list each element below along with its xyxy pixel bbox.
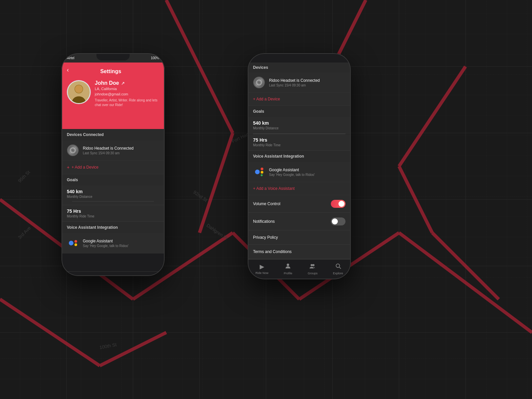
privacy-policy-item[interactable]: Privacy Policy	[248, 230, 351, 245]
assistant-text: Google Assistant Say 'Hey Google, talk t…	[83, 239, 159, 248]
devices-section-header: Devices Connected	[62, 129, 165, 140]
svg-point-35	[75, 85, 83, 93]
nav-profile-left[interactable]: Profile	[98, 275, 106, 276]
goal-item-right-0: 540 km Monthly Distance	[248, 117, 351, 134]
device-text: Ridoo Headset is Connected Last Sync 15/…	[83, 146, 159, 155]
profile-label-right: Profile	[284, 272, 293, 275]
ring-icon	[67, 145, 78, 156]
left-scroll-content[interactable]: Devices Connected Ridoo Headset is Conne…	[62, 129, 165, 271]
settings-title: Settings	[100, 68, 121, 74]
privacy-policy-label: Privacy Policy	[253, 235, 278, 240]
svg-point-41	[150, 276, 153, 276]
nav-profile-right[interactable]: Profile	[284, 263, 293, 275]
device-name-right: Ridoo Headset is Connected	[269, 78, 345, 83]
edit-icon[interactable]: ↗	[121, 81, 125, 86]
goal-label-1: Monthly Ride Time	[67, 214, 159, 218]
assistant-hint-right: Say 'Hey Google, talk to Ridoo'	[269, 173, 345, 177]
devices-title-right: Devices	[253, 65, 268, 70]
goal-value-0: 540 km	[67, 189, 159, 194]
svg-text:100th St: 100th St	[99, 342, 117, 350]
profile-name: John Doe ↗	[95, 80, 159, 86]
device-item: Ridoo Headset is Connected Last Sync 15/…	[62, 140, 165, 161]
goal-value-1: 75 Hrs	[67, 208, 159, 214]
google-dots	[69, 240, 77, 246]
nav-ride-now-right[interactable]: ▶ Ride Now	[255, 263, 268, 275]
assistant-hint: Say 'Hey Google, talk to Ridoo'	[83, 244, 159, 248]
battery-left: 100%	[151, 56, 159, 60]
svg-line-24	[0, 299, 100, 366]
bottom-nav-right: ▶ Ride Now Profile Groups	[248, 259, 351, 279]
svg-line-49	[339, 267, 341, 269]
nav-ride-now-left[interactable]: ▶ Ride Now	[69, 275, 82, 276]
ride-now-icon-right: ▶	[260, 263, 264, 270]
add-device-left[interactable]: + + Add a Device	[62, 161, 165, 174]
goal-item-right-1: 75 Hrs Monthly Ride Time	[248, 134, 351, 151]
svg-text:95th St: 95th St	[17, 169, 31, 184]
volume-toggle-item[interactable]: Volume Control	[248, 195, 351, 213]
goal-item-0: 540 km Monthly Distance	[62, 186, 165, 205]
devices-section-header-right: Devices	[248, 63, 351, 72]
back-button[interactable]: ‹	[67, 66, 69, 73]
notch-left	[96, 53, 130, 61]
goal-label-right-1: Monthly Ride Time	[253, 143, 345, 147]
svg-line-16	[399, 233, 532, 332]
nav-explore-right[interactable]: Explore	[333, 263, 343, 275]
assistant-text-right: Google Assistant Say 'Hey Google, talk t…	[269, 168, 345, 177]
goal-value-right-1: 75 Hrs	[253, 137, 345, 143]
svg-text:92nd St: 92nd St	[192, 189, 208, 203]
assistant-icon-right	[253, 166, 265, 178]
ride-now-icon: ▶	[73, 275, 78, 276]
volume-toggle[interactable]	[331, 200, 345, 208]
bottom-nav-left: ▶ Ride Now Profile Groups	[62, 271, 165, 276]
volume-knob	[338, 201, 344, 207]
notch-right	[283, 53, 316, 61]
svg-text:Dahlgren Pl: Dahlgren Pl	[205, 222, 228, 241]
add-voice-label: + Add a Voice Assistant	[253, 186, 295, 191]
nav-groups-right[interactable]: Groups	[308, 263, 318, 275]
assistant-icon	[67, 237, 79, 249]
ring-icon-right	[253, 77, 265, 88]
notifications-toggle-item[interactable]: Notifications	[248, 213, 351, 230]
device-sync-right: Last Sync 15/4 09:30 am	[269, 83, 345, 87]
goal-label-right-0: Monthly Distance	[253, 126, 345, 130]
add-device-label-right: + Add a Device	[253, 97, 280, 101]
explore-icon-right	[335, 263, 341, 271]
device-sync: Last Sync 15/4 09:30 am	[83, 151, 159, 155]
nav-groups-left[interactable]: Groups	[121, 275, 131, 276]
goal-item-1: 75 Hrs Monthly Ride Time	[62, 205, 165, 222]
dot-yellow	[74, 243, 77, 246]
svg-point-38	[101, 275, 103, 276]
nav-explore-left[interactable]: Explore	[147, 275, 157, 276]
right-scroll-content[interactable]: Devices Ridoo Headset is Connected Last …	[248, 63, 351, 259]
dot-blue-right	[255, 170, 260, 174]
goals-section-header: Goals	[62, 174, 165, 186]
goal-label-0: Monthly Distance	[67, 195, 159, 199]
assistant-item-right: Google Assistant Say 'Hey Google, talk t…	[248, 162, 351, 182]
profile-bio: Traveller, Artist, Writer. Ride along an…	[95, 98, 159, 107]
assistant-name-right: Google Assistant	[269, 168, 345, 172]
notifications-toggle[interactable]	[331, 217, 345, 225]
dot-yellow-right	[261, 171, 263, 174]
groups-icon-right	[310, 263, 316, 271]
status-bar-right	[248, 53, 351, 63]
right-phone: Devices Ridoo Headset is Connected Last …	[248, 53, 351, 279]
profile-icon-right	[285, 263, 291, 271]
svg-point-45	[287, 263, 289, 266]
left-phone: Airtel 100% ‹ Settings John Doe	[62, 53, 165, 276]
device-text-right: Ridoo Headset is Connected Last Sync 15/…	[269, 78, 345, 87]
notifications-label: Notifications	[253, 219, 275, 224]
profile-location: LA, California	[95, 87, 159, 91]
add-voice-assistant[interactable]: + Add a Voice Assistant	[248, 182, 351, 195]
profile-section: John Doe ↗ LA, California johndoe@gmail.…	[67, 80, 159, 107]
device-icon	[67, 144, 79, 156]
add-device-right[interactable]: + Add a Device	[248, 93, 351, 106]
ride-now-label-right: Ride Now	[255, 271, 268, 275]
terms-conditions-item[interactable]: Terms and Conditions	[248, 245, 351, 259]
device-icon-right	[253, 76, 265, 88]
svg-point-44	[258, 81, 260, 84]
carrier-left: Airtel	[67, 56, 74, 60]
assistant-name: Google Assistant	[83, 239, 159, 243]
svg-point-48	[336, 264, 339, 267]
svg-point-37	[72, 149, 74, 152]
voice-section-header: Voice Assistant Integration	[62, 222, 165, 233]
